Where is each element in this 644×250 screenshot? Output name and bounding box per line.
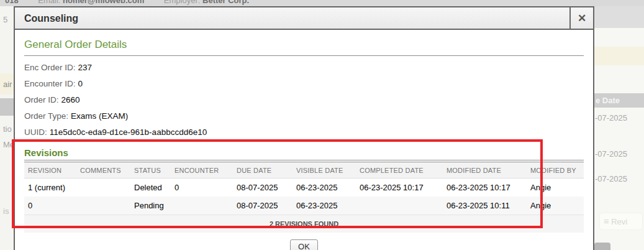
background-date-cell: -07-2025	[595, 149, 627, 159]
field-label: UUID:	[24, 127, 47, 137]
column-header-encounter: ENCOUNTER	[171, 162, 233, 178]
background-band	[594, 6, 644, 28]
background-fragment: 5	[3, 15, 7, 24]
background-right-strip: e Date -07-2025 -07-2025 -07-2025 ≡Revi	[594, 6, 644, 250]
column-header-visible-date: VISIBLE DATE	[293, 162, 356, 178]
field-label: Enc Order ID:	[24, 63, 76, 72]
background-row-band	[594, 47, 644, 65]
ok-button[interactable]: OK	[290, 239, 318, 250]
column-header-revision: REVISION	[24, 162, 76, 178]
field-value: 237	[78, 63, 93, 72]
cell-visible-date: 06-23-2025	[293, 197, 356, 215]
revision-row[interactable]: 1 (current) Deleted 0 08-07-2025 06-23-2…	[24, 178, 584, 197]
order-id-field: Order ID:2660	[24, 95, 584, 104]
column-header-completed-date: COMPLETED DATE	[356, 162, 443, 178]
cell-comments	[76, 178, 130, 197]
close-button[interactable]: ✕	[569, 7, 593, 29]
column-header-modified-by: MODIFIED BY	[527, 162, 584, 178]
background-left-strip: 5 air tio Me is	[0, 6, 14, 250]
order-type-field: Order Type:Exams (EXAM)	[24, 111, 584, 121]
background-fragment: air	[3, 80, 12, 89]
background-patient-info: 018 Email: homer@mioweb.com Employer: Be…	[5, 0, 249, 5]
column-header-comments: COMMENTS	[76, 162, 130, 178]
cell-modified-date: 06-23-2025 10:17	[443, 178, 527, 197]
cell-encounter	[171, 197, 233, 215]
field-label: Order ID:	[24, 95, 59, 104]
column-header-modified-date: MODIFIED DATE	[443, 162, 527, 178]
dialog-body: General Order Details Enc Order ID:237 E…	[15, 30, 593, 250]
counseling-dialog: Counseling ✕ General Order Details Enc O…	[14, 6, 594, 250]
cell-modified-by: Angie	[527, 197, 584, 215]
background-date-column-header: e Date	[594, 93, 644, 108]
dialog-titlebar: Counseling ✕	[15, 7, 593, 30]
field-value: 11e5dc0c-eda9-d1ce-961b-aabbccdd6e10	[50, 127, 207, 137]
field-label: Encounter ID:	[24, 79, 76, 88]
field-value: 2660	[61, 95, 80, 104]
cell-due-date: 08-07-2025	[233, 197, 293, 215]
cell-revision: 0	[24, 197, 76, 215]
background-date-cell: -07-2025	[595, 113, 627, 123]
background-revisions-button: ≡Revi	[599, 213, 643, 230]
enc-order-id-field: Enc Order ID:237	[24, 63, 584, 72]
background-corner-tab	[594, 243, 610, 250]
general-order-details-heading: General Order Details	[24, 36, 584, 56]
background-revisions-button-label: Revi	[611, 217, 627, 226]
table-footer-row: 2 REVISIONS FOUND	[24, 215, 584, 233]
background-patient-header: 018 Email: homer@mioweb.com Employer: Be…	[0, 0, 644, 6]
email-value: homer@mioweb.com	[63, 0, 144, 5]
employer-label: Employer:	[164, 0, 201, 5]
revisions-count: 2 REVISIONS FOUND	[24, 215, 584, 233]
cell-revision: 1 (current)	[24, 178, 76, 197]
background-fragment: 018	[5, 0, 19, 5]
uuid-field: UUID:11e5dc0c-eda9-d1ce-961b-aabbccdd6e1…	[24, 127, 584, 137]
cell-status: Pending	[130, 197, 171, 215]
background-fragment: tio	[3, 124, 12, 134]
field-value: Exams (EXAM)	[71, 111, 128, 121]
column-header-status: STATUS	[130, 162, 171, 178]
cell-completed-date: 06-23-2025 10:17	[356, 178, 443, 197]
email-label: Email:	[38, 0, 60, 5]
encounter-id-field: Encounter ID:0	[24, 79, 584, 88]
cell-visible-date: 06-23-2025	[293, 178, 356, 197]
cell-modified-date: 06-23-2025 10:11	[443, 197, 527, 215]
cell-modified-by: Angie	[527, 178, 584, 197]
employer-value: Better Corp.	[202, 0, 249, 5]
dialog-actions: OK	[24, 239, 584, 250]
field-value: 0	[78, 79, 83, 88]
dialog-title: Counseling	[15, 7, 569, 29]
revisions-heading: Revisions	[24, 147, 584, 158]
hamburger-icon: ≡	[604, 216, 609, 226]
background-fragment: Me	[3, 140, 14, 149]
revisions-table: REVISION COMMENTS STATUS ENCOUNTER DUE D…	[24, 162, 584, 233]
column-header-due-date: DUE DATE	[233, 162, 293, 178]
field-label: Order Type:	[24, 111, 68, 121]
close-icon: ✕	[578, 12, 586, 25]
cell-completed-date	[356, 197, 443, 215]
cell-comments	[76, 197, 130, 215]
cell-due-date: 08-07-2025	[233, 178, 293, 197]
background-fragment: is	[3, 206, 9, 216]
cell-status: Deleted	[130, 178, 171, 197]
cell-encounter: 0	[171, 178, 233, 197]
background-date-cell: -07-2025	[595, 174, 627, 183]
revision-row[interactable]: 0 Pending 08-07-2025 06-23-2025 06-23-20…	[24, 197, 584, 215]
background-header-band	[0, 98, 14, 116]
table-header-row: REVISION COMMENTS STATUS ENCOUNTER DUE D…	[24, 162, 584, 178]
